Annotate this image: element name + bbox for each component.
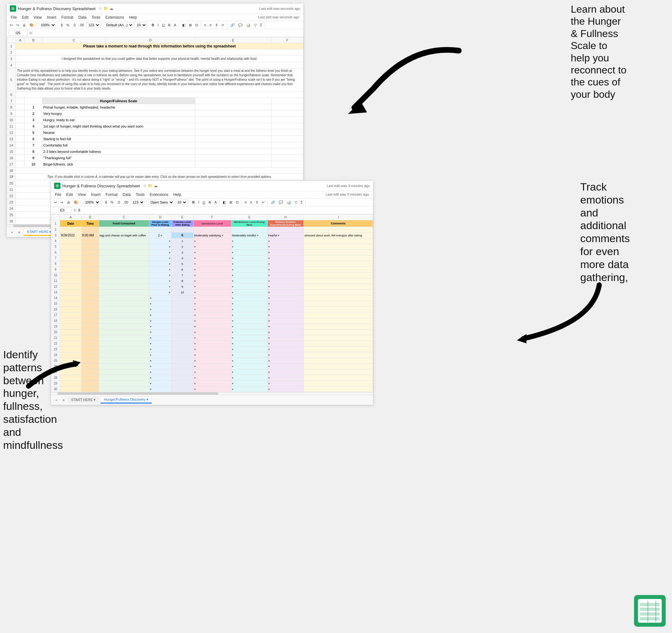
- menu-data-b[interactable]: Data: [122, 192, 131, 197]
- bottom-scrollbar[interactable]: [51, 392, 373, 395]
- folder-icon-b[interactable]: 📁: [148, 184, 152, 188]
- underline-btn-b[interactable]: U: [201, 200, 206, 205]
- sheets-list-btn-b[interactable]: ≡: [61, 398, 66, 403]
- cloud-icon-b[interactable]: ☁: [154, 184, 158, 188]
- currency-btn[interactable]: $: [59, 22, 64, 27]
- menu-view[interactable]: View: [32, 15, 43, 20]
- folder-icon[interactable]: 📁: [103, 6, 108, 11]
- decimal-inc-btn-b[interactable]: .00: [122, 200, 129, 205]
- print-btn[interactable]: 🖨: [21, 22, 27, 27]
- percent-btn-b[interactable]: %: [109, 200, 115, 205]
- wrap-btn-b[interactable]: ↵: [261, 200, 266, 205]
- bold-btn-b[interactable]: B: [191, 200, 196, 205]
- chart-btn[interactable]: 📊: [245, 22, 252, 28]
- table-row: 18: [7, 167, 304, 174]
- menu-file[interactable]: File: [10, 15, 18, 20]
- decimal-inc-btn[interactable]: .00: [78, 22, 85, 27]
- chart-btn-b[interactable]: 📊: [285, 200, 292, 205]
- tab-start-here-top[interactable]: START HERE ▾: [23, 229, 55, 236]
- align-left-btn[interactable]: ≡: [203, 22, 207, 27]
- menu-view-b[interactable]: View: [77, 192, 87, 197]
- print-btn-b[interactable]: 🖨: [66, 200, 72, 205]
- toolbar2-cell-group: ◧ ⊞ ⊡: [221, 200, 241, 205]
- percent-btn[interactable]: %: [65, 22, 71, 27]
- top-right-annotation: Learn about the Hunger & Fullness Scale …: [571, 3, 666, 100]
- star-icon[interactable]: ☆: [99, 6, 102, 11]
- function-btn-b[interactable]: Σ: [299, 200, 304, 205]
- merge-btn-b[interactable]: ⊡: [235, 200, 240, 205]
- strikethrough-btn-b[interactable]: S: [207, 200, 212, 205]
- align-center-btn-b[interactable]: ≡: [249, 200, 253, 205]
- menu-format[interactable]: Format: [61, 15, 74, 20]
- redo-btn-b[interactable]: ↪: [59, 200, 65, 205]
- table-row: 11▾8▾▾▾: [51, 278, 373, 284]
- align-left-btn-b[interactable]: ≡: [243, 200, 248, 205]
- comment-btn[interactable]: 💬: [237, 22, 244, 28]
- wrap-btn[interactable]: ↵: [220, 22, 225, 28]
- merge-btn[interactable]: ⊡: [194, 22, 199, 28]
- menu-file-b[interactable]: File: [54, 192, 62, 197]
- menu-extensions-b[interactable]: Extensions: [149, 192, 169, 197]
- menu-edit[interactable]: Edit: [21, 15, 29, 20]
- tab-start-here-bottom[interactable]: START HERE ▾: [68, 397, 99, 403]
- paint-btn[interactable]: 🎨: [28, 22, 35, 28]
- underline-btn[interactable]: U: [161, 22, 166, 27]
- currency-btn-b[interactable]: $: [104, 200, 108, 205]
- menu-help[interactable]: Help: [128, 15, 138, 20]
- format-select[interactable]: 123: [86, 22, 100, 28]
- col-f-header: F: [271, 37, 304, 43]
- menu-format-b[interactable]: Format: [105, 192, 119, 197]
- menu-data[interactable]: Data: [77, 15, 87, 20]
- add-sheet-btn[interactable]: +: [9, 230, 15, 235]
- comment-btn-b[interactable]: 💬: [278, 200, 284, 205]
- border-btn[interactable]: ⊞: [188, 22, 193, 28]
- align-center-btn[interactable]: ≡: [208, 22, 213, 27]
- cloud-icon[interactable]: ☁: [110, 6, 113, 11]
- menu-extensions[interactable]: Extensions: [104, 15, 125, 20]
- menu-tools[interactable]: Tools: [91, 15, 101, 20]
- border-btn-b[interactable]: ⊞: [228, 200, 234, 205]
- cell-ref-input[interactable]: [8, 30, 27, 36]
- cell-ref-input-b[interactable]: [53, 207, 72, 213]
- link-btn[interactable]: 🔗: [229, 22, 236, 28]
- menu-insert[interactable]: Insert: [46, 15, 57, 20]
- link-btn-b[interactable]: 🔗: [269, 200, 277, 205]
- size-select-b[interactable]: 10: [175, 200, 187, 205]
- fill-btn[interactable]: ◧: [181, 22, 187, 28]
- paint-btn-b[interactable]: 🎨: [72, 200, 79, 205]
- function-btn[interactable]: Σ: [259, 22, 264, 27]
- menu-tools-b[interactable]: Tools: [135, 192, 146, 197]
- redo-btn[interactable]: ↪: [15, 22, 20, 28]
- fill-btn-b[interactable]: ◧: [221, 200, 227, 205]
- star-icon-b[interactable]: ☆: [143, 184, 146, 188]
- formula-input[interactable]: [34, 31, 302, 35]
- undo-btn-b[interactable]: ↩: [53, 200, 58, 205]
- sheets-list-btn[interactable]: ≡: [16, 230, 22, 235]
- format-select-b[interactable]: 123: [130, 200, 145, 205]
- font-select[interactable]: Default (Ari...): [104, 22, 134, 28]
- zoom-select[interactable]: 100%: [39, 22, 56, 28]
- bold-btn[interactable]: B: [150, 22, 155, 27]
- size-select[interactable]: 10: [135, 22, 147, 28]
- menu-edit-b[interactable]: Edit: [65, 192, 74, 197]
- filter-btn[interactable]: ▽: [253, 22, 258, 28]
- toolbar-cell-group: ◧ ⊞ ⊡: [181, 22, 201, 28]
- valign-btn-b[interactable]: ⇕: [255, 200, 260, 205]
- formula-input-b[interactable]: [78, 208, 371, 212]
- filter-btn-b[interactable]: ▽: [293, 200, 298, 205]
- decimal-dec-btn-b[interactable]: .0: [116, 200, 121, 205]
- menu-help-b[interactable]: Help: [172, 192, 182, 197]
- menu-insert-b[interactable]: Insert: [90, 192, 101, 197]
- undo-btn[interactable]: ↩: [8, 22, 14, 28]
- font-select-b[interactable]: Open Sans: [148, 200, 174, 205]
- textcolor-btn-b[interactable]: A: [213, 200, 218, 205]
- valign-btn[interactable]: ⇕: [214, 22, 219, 28]
- italic-btn[interactable]: I: [156, 22, 160, 27]
- strikethrough-btn[interactable]: S: [167, 22, 171, 27]
- corner-header: [7, 37, 16, 43]
- textcolor-btn[interactable]: A: [173, 22, 177, 27]
- tab-discovery-bottom[interactable]: Hunger/Fullness Discovery ▾: [100, 396, 152, 403]
- decimal-dec-btn[interactable]: .0: [72, 22, 77, 27]
- zoom-select-b[interactable]: 100%: [83, 200, 100, 205]
- italic-btn-b[interactable]: I: [197, 200, 200, 205]
